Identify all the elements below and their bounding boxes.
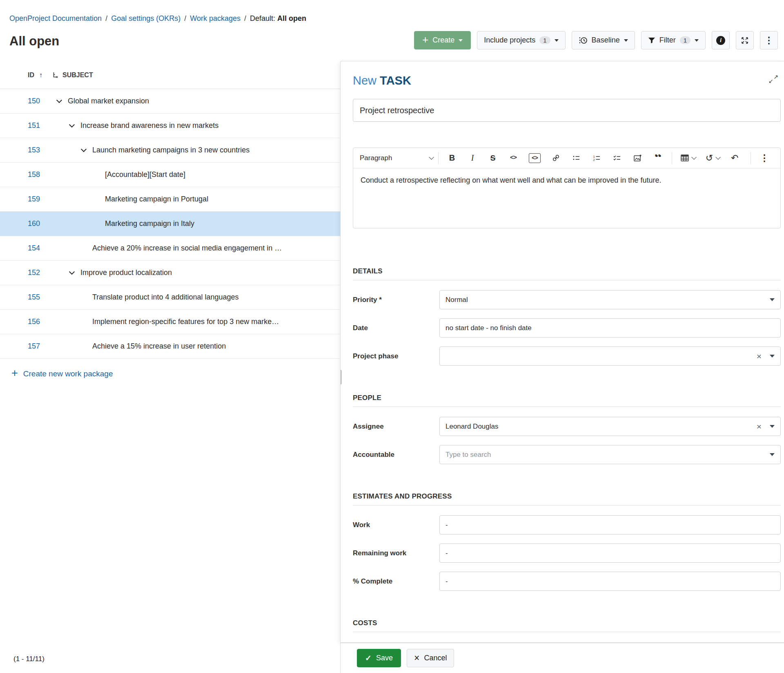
chevron-down-icon [555, 39, 559, 42]
clear-icon[interactable]: × [757, 422, 762, 431]
assignee-select[interactable]: Leonard Douglas × [439, 417, 781, 436]
editor-more-icon[interactable]: ⋮ [760, 153, 769, 163]
description-text[interactable]: Conduct a retrospective reflecting on wh… [353, 168, 780, 228]
work-package-id-link[interactable]: 153 [0, 146, 51, 154]
chevron-down-icon [691, 154, 697, 160]
block-quote-icon[interactable]: “ [653, 154, 663, 162]
chevron-down-icon[interactable] [70, 121, 76, 130]
project-phase-select[interactable]: × [439, 347, 781, 366]
italic-icon[interactable]: I [468, 153, 477, 163]
work-package-id-link[interactable]: 151 [0, 121, 51, 130]
chevron-down-icon [716, 154, 721, 160]
work-package-subject[interactable]: Translate product into 4 additional lang… [92, 293, 239, 301]
field-assignee: Assignee Leonard Douglas × [353, 417, 781, 436]
info-button[interactable]: i [712, 31, 730, 49]
work-package-id-link[interactable]: 158 [0, 170, 51, 179]
work-package-subject[interactable]: Marketing campaign in Portugal [105, 195, 208, 203]
field-label: Accountable [353, 451, 439, 459]
work-package-subject[interactable]: Launch marketing campaigns in 3 new coun… [92, 146, 249, 154]
bold-icon[interactable]: B [447, 153, 457, 163]
more-menu-button[interactable]: ⋮ [760, 31, 778, 49]
include-projects-button[interactable]: Include projects 1 [477, 31, 565, 49]
work-package-subject[interactable]: Achieve a 15% increase in user retention [92, 342, 226, 350]
todo-list-icon[interactable] [612, 154, 622, 162]
bulleted-list-icon[interactable] [572, 154, 581, 162]
work-package-subject[interactable]: [Accountable][Start date] [105, 170, 185, 179]
expand-arrows-icon [741, 36, 749, 45]
work-package-subject[interactable]: Marketing campaign in Italy [105, 219, 194, 228]
chevron-down-icon[interactable] [70, 268, 76, 277]
open-fullscreen-icon[interactable]: ↗↙ [768, 74, 778, 84]
work-package-subject[interactable]: Achieve a 20% increase in social media e… [92, 244, 282, 252]
field-label: Project phase [353, 352, 439, 360]
work-package-subject[interactable]: Global market expansion [68, 97, 149, 105]
work-package-subject[interactable]: Increase brand awareness in new markets [80, 121, 218, 130]
save-button[interactable]: ✓ Save [357, 649, 401, 667]
work-package-subject[interactable]: Implement region-specific features for t… [92, 317, 279, 326]
section-heading-estimates: ESTIMATES AND PROGRESS [353, 492, 781, 501]
column-header-id[interactable]: ID ↑ [0, 72, 51, 79]
caret-down-icon [770, 425, 775, 428]
breadcrumb-separator: / [105, 14, 107, 23]
field-remaining-work: Remaining work - [353, 543, 781, 563]
history-dropdown[interactable]: ↺ [706, 154, 719, 163]
insert-image-icon[interactable] [633, 154, 643, 162]
hierarchy-icon[interactable] [52, 72, 58, 78]
plus-icon: + [422, 34, 428, 45]
work-field[interactable]: - [439, 515, 781, 534]
work-package-id-link[interactable]: 159 [0, 195, 51, 203]
field-percent-complete: % Complete - [353, 572, 781, 591]
table-row-selected: 160 Marketing campaign in Italy [0, 212, 340, 236]
insert-table-dropdown[interactable] [681, 154, 695, 161]
date-field[interactable]: no start date - no finish date [439, 318, 781, 338]
column-header-subject[interactable]: SUBJECT [51, 72, 93, 79]
paragraph-style-dropdown[interactable]: Paragraph [360, 154, 432, 162]
numbered-list-icon[interactable]: 1 2 [592, 154, 602, 162]
undo-icon[interactable]: ↶ [730, 154, 739, 163]
cancel-button[interactable]: × Cancel [407, 649, 454, 667]
create-new-work-package-link[interactable]: + Create new work package [11, 369, 340, 379]
create-button[interactable]: + Create [414, 31, 471, 49]
chevron-down-icon[interactable] [57, 97, 64, 105]
work-package-id-link[interactable]: 150 [0, 97, 51, 105]
work-package-id-link[interactable]: 154 [0, 244, 51, 253]
work-package-id-link[interactable]: 156 [0, 317, 51, 326]
field-label: Date [353, 324, 439, 332]
work-package-subject[interactable]: Improve product localization [80, 268, 172, 277]
field-project-phase: Project phase × [353, 347, 781, 366]
breadcrumb-link-work-packages[interactable]: Work packages [190, 14, 241, 23]
page-title: All open [9, 34, 59, 49]
baseline-button[interactable]: Baseline [572, 31, 635, 49]
percent-complete-field[interactable]: - [439, 572, 781, 591]
subject-input[interactable] [353, 99, 781, 122]
remaining-work-field[interactable]: - [439, 543, 781, 563]
work-package-id-link[interactable]: 155 [0, 293, 51, 302]
filter-button[interactable]: Filter 1 [641, 31, 706, 49]
link-icon[interactable] [551, 154, 561, 162]
clear-icon[interactable]: × [757, 352, 762, 360]
field-label: % Complete [353, 577, 439, 586]
plus-icon: + [11, 368, 18, 379]
table-row: 153 Launch marketing campaigns in 3 new … [0, 138, 340, 163]
section-heading-details: DETAILS [353, 267, 781, 275]
work-package-type-button[interactable]: TASK [380, 74, 411, 87]
check-icon: ✓ [365, 653, 372, 663]
accountable-select[interactable]: Type to search [439, 445, 781, 464]
work-package-id-link[interactable]: 160 [0, 219, 51, 228]
strikethrough-icon[interactable]: S [488, 154, 498, 163]
inline-code-icon[interactable]: <> [508, 154, 518, 161]
include-projects-badge: 1 [539, 36, 550, 44]
work-package-id-link[interactable]: 152 [0, 268, 51, 277]
priority-select[interactable]: Normal [439, 290, 781, 309]
description-editor: Paragraph B I S <> <> 1 [353, 148, 781, 228]
breadcrumb-link-project[interactable]: OpenProject Documentation [9, 14, 102, 23]
table-row: 152 Improve product localization [0, 261, 340, 285]
fullscreen-button[interactable] [736, 31, 754, 49]
panel-resize-handle[interactable] [340, 370, 342, 385]
code-block-icon[interactable]: <> [529, 153, 541, 163]
work-package-id-link[interactable]: 157 [0, 342, 51, 351]
breadcrumb-link-goal-settings[interactable]: Goal settings (OKRs) [111, 14, 180, 23]
table-row: 155 Translate product into 4 additional … [0, 285, 340, 310]
breadcrumb: OpenProject Documentation / Goal setting… [9, 14, 306, 23]
chevron-down-icon[interactable] [82, 146, 88, 154]
